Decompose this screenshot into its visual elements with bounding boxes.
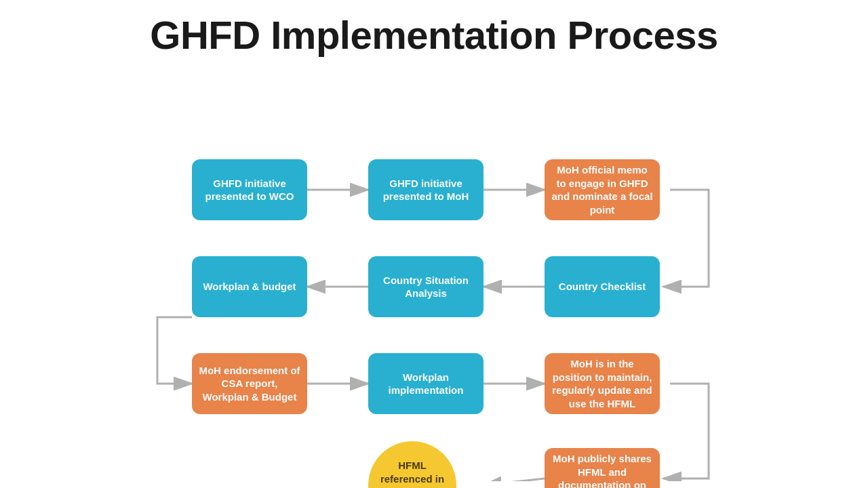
process-box-box5: Country Situation Analysis: [368, 256, 484, 317]
svg-line-8: [484, 479, 545, 481]
process-box-box3: MoH official memo to engage in GHFD and …: [545, 159, 660, 220]
process-box-box4: Country Checklist: [545, 256, 660, 317]
process-box-box11: HFML referenced in GHFD global directory: [368, 441, 456, 488]
process-box-box6: Workplan & budget: [192, 256, 307, 317]
page-title: GHFD Implementation Process: [0, 0, 868, 64]
process-box-box10: MoH publicly shares HFML and documentati…: [545, 448, 660, 488]
diagram-area: GHFD initiative presented to WCOGHFD ini…: [0, 64, 868, 481]
process-box-box1: GHFD initiative presented to WCO: [192, 159, 307, 220]
process-box-box7: MoH endorsement of CSA report, Workplan …: [192, 353, 307, 414]
process-box-box9: MoH is in the position to maintain, regu…: [545, 353, 660, 414]
process-box-box8: Workplan implementation: [368, 353, 484, 414]
process-box-box2: GHFD initiative presented to MoH: [368, 159, 484, 220]
